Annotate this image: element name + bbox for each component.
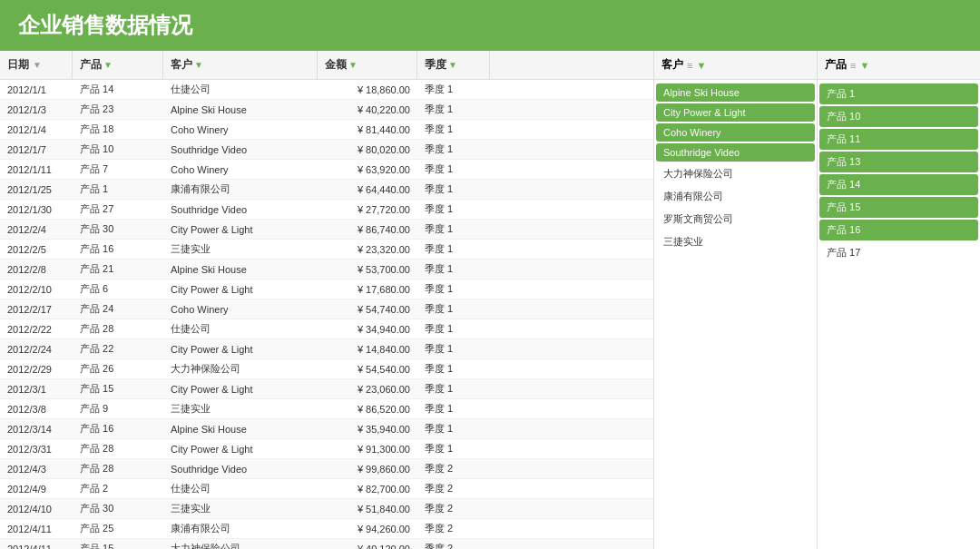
cell-customer: 仕捷公司 [163, 482, 318, 495]
filter-icon-amount[interactable]: ▼ [348, 60, 358, 70]
filter-sort-products-icon[interactable]: ≡ [850, 60, 856, 71]
table-row[interactable]: 2012/2/24 产品 22 City Power & Light ¥ 14,… [0, 339, 653, 359]
filter-customer-item[interactable]: City Power & Light [656, 103, 815, 122]
th-season: 季度 ▼ [417, 51, 490, 79]
cell-product: 产品 28 [73, 462, 163, 475]
table-row[interactable]: 2012/4/9 产品 2 仕捷公司 ¥ 82,700.00 季度 2 [0, 479, 653, 499]
cell-product: 产品 28 [73, 322, 163, 336]
cell-date: 2012/4/10 [0, 504, 73, 515]
table-row[interactable]: 2012/4/11 产品 15 大力神保险公司 ¥ 40,120.00 季度 2 [0, 539, 653, 549]
cell-season: 季度 1 [417, 123, 490, 136]
cell-date: 2012/2/5 [0, 244, 73, 255]
table-row[interactable]: 2012/2/29 产品 26 大力神保险公司 ¥ 54,540.00 季度 1 [0, 359, 653, 379]
filter-clear-customers-icon[interactable]: ▼ [696, 60, 706, 71]
table-row[interactable]: 2012/4/11 产品 25 康浦有限公司 ¥ 94,260.00 季度 2 [0, 519, 653, 539]
table-row[interactable]: 2012/1/11 产品 7 Coho Winery ¥ 63,920.00 季… [0, 160, 653, 180]
table-row[interactable]: 2012/1/4 产品 18 Coho Winery ¥ 81,440.00 季… [0, 120, 653, 140]
filter-customer-item[interactable]: Coho Winery [656, 123, 815, 142]
table-row[interactable]: 2012/3/8 产品 9 三捷实业 ¥ 86,520.00 季度 1 [0, 399, 653, 419]
cell-product: 产品 21 [73, 262, 163, 276]
cell-date: 2012/4/9 [0, 484, 73, 495]
cell-product: 产品 9 [73, 402, 163, 416]
cell-date: 2012/4/11 [0, 524, 73, 534]
cell-customer: 康浦有限公司 [163, 522, 318, 535]
filter-product-item[interactable]: 产品 16 [819, 220, 978, 240]
table-row[interactable]: 2012/1/3 产品 23 Alpine Ski House ¥ 40,220… [0, 100, 653, 120]
cell-product: 产品 6 [73, 282, 163, 296]
cell-amount: ¥ 80,020.00 [318, 144, 417, 155]
cell-product: 产品 26 [73, 362, 163, 376]
cell-season: 季度 1 [417, 242, 490, 256]
filter-customer-item[interactable]: Southridge Video [656, 143, 815, 162]
th-product: 产品 ▼ [73, 51, 163, 79]
table-row[interactable]: 2012/4/3 产品 28 Southridge Video ¥ 99,860… [0, 459, 653, 479]
table-row[interactable]: 2012/2/17 产品 24 Coho Winery ¥ 54,740.00 … [0, 299, 653, 319]
cell-customer: Coho Winery [163, 164, 318, 175]
filter-customers-header: 客户 ≡ ▼ [654, 51, 818, 79]
sort-icon[interactable]: ▼ [33, 60, 42, 70]
cell-season: 季度 1 [417, 362, 490, 376]
filter-customer-item[interactable]: 罗斯文商贸公司 [656, 209, 815, 230]
table-row[interactable]: 2012/2/22 产品 28 仕捷公司 ¥ 34,940.00 季度 1 [0, 319, 653, 339]
filter-products-header: 产品 ≡ ▼ [818, 51, 980, 79]
cell-amount: ¥ 99,860.00 [318, 464, 417, 475]
filter-lists: Alpine Ski HouseCity Power & LightCoho W… [654, 80, 980, 549]
filter-customer-item[interactable]: Alpine Ski House [656, 83, 815, 102]
cell-product: 产品 16 [73, 242, 163, 256]
table-row[interactable]: 2012/1/7 产品 10 Southridge Video ¥ 80,020… [0, 140, 653, 160]
filter-product-item[interactable]: 产品 1 [819, 83, 978, 104]
filter-product-item[interactable]: 产品 17 [819, 242, 978, 263]
cell-date: 2012/3/1 [0, 384, 73, 395]
cell-season: 季度 1 [417, 222, 490, 236]
th-customer: 客户 ▼ [163, 51, 318, 79]
cell-product: 产品 30 [73, 502, 163, 515]
table-row[interactable]: 2012/2/5 产品 16 三捷实业 ¥ 23,320.00 季度 1 [0, 240, 653, 260]
filter-icon-season[interactable]: ▼ [448, 60, 457, 70]
cell-amount: ¥ 81,440.00 [318, 124, 417, 135]
filter-customer-item[interactable]: 三捷实业 [656, 231, 815, 252]
cell-date: 2012/1/25 [0, 184, 73, 195]
filter-product-item[interactable]: 产品 10 [819, 106, 978, 127]
table-row[interactable]: 2012/1/25 产品 1 康浦有限公司 ¥ 64,440.00 季度 1 [0, 180, 653, 200]
table-row[interactable]: 2012/2/8 产品 21 Alpine Ski House ¥ 53,700… [0, 260, 653, 279]
filter-product-item[interactable]: 产品 13 [819, 152, 978, 172]
cell-amount: ¥ 63,920.00 [318, 164, 417, 175]
cell-customer: Southridge Video [163, 144, 318, 155]
filter-product-item[interactable]: 产品 14 [819, 174, 978, 195]
cell-customer: City Power & Light [163, 224, 318, 235]
th-amount: 金额 ▼ [318, 51, 417, 79]
filter-clear-products-icon[interactable]: ▼ [859, 60, 869, 71]
table-row[interactable]: 2012/2/4 产品 30 City Power & Light ¥ 86,7… [0, 220, 653, 240]
table-row[interactable]: 2012/3/1 产品 15 City Power & Light ¥ 23,0… [0, 379, 653, 399]
table-row[interactable]: 2012/3/14 产品 16 Alpine Ski House ¥ 35,94… [0, 419, 653, 439]
cell-date: 2012/1/3 [0, 104, 73, 115]
cell-date: 2012/2/10 [0, 284, 73, 295]
cell-date: 2012/4/11 [0, 544, 73, 550]
table-row[interactable]: 2012/3/31 产品 28 City Power & Light ¥ 91,… [0, 439, 653, 459]
cell-season: 季度 1 [417, 422, 490, 436]
filter-customer-item[interactable]: 大力神保险公司 [656, 163, 815, 184]
cell-season: 季度 2 [417, 462, 490, 475]
filter-sort-customers-icon[interactable]: ≡ [687, 60, 692, 71]
cell-date: 2012/2/24 [0, 344, 73, 355]
table-row[interactable]: 2012/1/30 产品 27 Southridge Video ¥ 27,72… [0, 200, 653, 220]
cell-season: 季度 1 [417, 342, 490, 356]
table-row[interactable]: 2012/1/1 产品 14 仕捷公司 ¥ 18,860.00 季度 1 [0, 80, 653, 100]
filter-product-item[interactable]: 产品 11 [819, 129, 978, 150]
cell-date: 2012/1/11 [0, 164, 73, 175]
cell-product: 产品 28 [73, 442, 163, 456]
cell-amount: ¥ 40,120.00 [318, 544, 417, 550]
header: 企业销售数据情况 [0, 0, 980, 51]
table-row[interactable]: 2012/2/10 产品 6 City Power & Light ¥ 17,6… [0, 279, 653, 299]
filter-icon-product[interactable]: ▼ [103, 60, 113, 70]
cell-date: 2012/2/17 [0, 304, 73, 315]
cell-date: 2012/2/4 [0, 224, 73, 235]
filter-product-item[interactable]: 产品 15 [819, 197, 978, 218]
table-row[interactable]: 2012/4/10 产品 30 三捷实业 ¥ 51,840.00 季度 2 [0, 499, 653, 519]
cell-customer: 康浦有限公司 [163, 182, 318, 196]
cell-amount: ¥ 18,860.00 [318, 84, 417, 95]
cell-product: 产品 1 [73, 182, 163, 196]
cell-amount: ¥ 54,740.00 [318, 304, 417, 315]
filter-icon-customer[interactable]: ▼ [194, 60, 203, 70]
filter-customer-item[interactable]: 康浦有限公司 [656, 186, 815, 207]
